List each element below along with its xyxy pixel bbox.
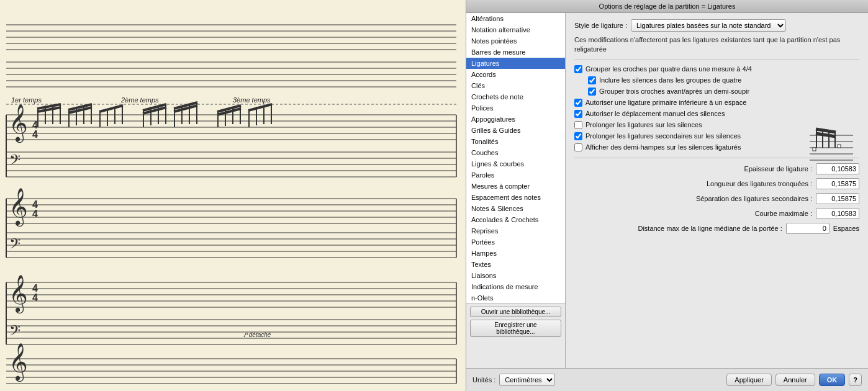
checkbox-6[interactable] <box>574 132 582 140</box>
svg-text:𝄞: 𝄞 <box>9 343 28 382</box>
field-label-1: Longueur des ligatures tronquées : <box>707 180 812 187</box>
list-item-2[interactable]: Notes pointées <box>466 35 565 47</box>
list-item-4[interactable]: Ligatures <box>466 58 565 69</box>
save-library-button[interactable]: Enregistrer une bibliothèque... <box>470 320 561 337</box>
list-item-10[interactable]: Grilles & Guides <box>466 125 565 136</box>
checkbox-3[interactable] <box>574 99 582 107</box>
svg-text:4: 4 <box>32 129 38 140</box>
svg-text:𝄞: 𝄞 <box>9 188 28 227</box>
svg-text:𝄢: 𝄢 <box>9 236 20 255</box>
svg-text:𝄞: 𝄞 <box>9 275 28 314</box>
checkbox-7[interactable] <box>574 143 582 151</box>
field-label-4: Distance max de la ligne médiane de la p… <box>638 225 782 232</box>
fields-container: Epaisseur de ligature :Longueur des liga… <box>574 163 859 234</box>
checkbox-row-1: Inclure les silences dans les groupes de… <box>588 76 859 84</box>
list-item-23[interactable]: Liaisons <box>466 270 565 281</box>
checkbox-row-4: Autoriser le déplacement manuel des sile… <box>574 110 859 118</box>
list-item-20[interactable]: Portées <box>466 236 565 248</box>
list-item-14[interactable]: Paroles <box>466 169 565 181</box>
dialog-title: Options de réglage de la partition = Lig… <box>466 0 868 13</box>
svg-rect-112 <box>816 129 817 148</box>
list-item-12[interactable]: Couches <box>466 147 565 158</box>
svg-rect-66 <box>107 109 108 126</box>
list-item-25[interactable]: n-Olets <box>466 292 565 303</box>
checkbox-label-1: Inclure les silences dans les groupes de… <box>599 76 741 84</box>
beam-preview <box>803 126 859 166</box>
checkbox-0[interactable] <box>574 65 582 73</box>
list-item-15[interactable]: Mesures à compter <box>466 181 565 192</box>
svg-rect-118 <box>813 148 816 151</box>
svg-rect-119 <box>838 145 841 148</box>
svg-text:𝄢: 𝄢 <box>9 152 20 171</box>
svg-rect-90 <box>263 106 264 124</box>
list-item-21[interactable]: Hampes <box>466 248 565 259</box>
checkbox-label-7: Afficher des demi-hampes sur les silence… <box>585 143 741 151</box>
field-row-3: Courbe maximale : <box>574 208 859 219</box>
svg-text:4: 4 <box>32 209 38 219</box>
list-item-8[interactable]: Polices <box>466 102 565 114</box>
units-select[interactable]: Centimètres <box>499 374 555 386</box>
field-row-4: Distance max de la ligne médiane de la p… <box>574 223 859 234</box>
list-item-24[interactable]: Indications de mesure <box>466 281 565 292</box>
checkbox-5[interactable] <box>574 121 582 129</box>
field-input-2[interactable] <box>816 193 859 204</box>
list-item-6[interactable]: Clés <box>466 80 565 91</box>
svg-rect-83 <box>225 109 226 126</box>
svg-rect-115 <box>834 132 836 148</box>
field-input-1[interactable] <box>816 178 859 189</box>
svg-text:𝄢: 𝄢 <box>9 323 20 342</box>
tempo-label-3: 3ème temps <box>233 96 271 104</box>
field-label-0: Epaisseur de ligature : <box>744 165 812 173</box>
svg-line-116 <box>816 129 836 132</box>
checkbox-label-2: Grouper trois croches avant/après un dem… <box>599 88 749 95</box>
checkbox-label-3: Autoriser une ligature primaire inférieu… <box>585 99 746 106</box>
style-label: Style de ligature : <box>574 22 627 29</box>
open-library-button[interactable]: Ouvrir une bibliothèque... <box>470 307 561 317</box>
help-button[interactable]: ? <box>849 374 862 386</box>
checkbox-row-0: Grouper les croches par quatre dans une … <box>574 65 859 73</box>
checkbox-4[interactable] <box>574 110 582 118</box>
svg-text:4: 4 <box>32 292 38 303</box>
checkbox-row-3: Autoriser une ligature primaire inférieu… <box>574 99 859 107</box>
list-item-11[interactable]: Tonalités <box>466 136 565 147</box>
tempo-label-2: 2ème temps <box>121 96 159 104</box>
dialog-body: AltérationsNotation alternativeNotes poi… <box>466 13 868 368</box>
cancel-button[interactable]: Annuler <box>775 374 815 386</box>
list-item-16[interactable]: Espacement des notes <box>466 192 565 203</box>
svg-line-117 <box>816 133 836 137</box>
checkbox-1[interactable] <box>588 76 596 84</box>
checkbox-label-5: Prolonger les ligatures sur les silences <box>585 121 702 128</box>
apply-button[interactable]: Appliquer <box>726 374 771 386</box>
list-item-9[interactable]: Appoggiatures <box>466 114 565 125</box>
settings-list: AltérationsNotation alternativeNotes poi… <box>466 13 566 303</box>
svg-rect-67 <box>114 107 115 124</box>
style-select[interactable]: Ligatures plates basées sur la note stan… <box>631 19 786 32</box>
ok-button[interactable]: OK <box>819 374 846 386</box>
dialog-footer: Unités : Centimètres Appliquer Annuler O… <box>466 368 868 391</box>
checkbox-label-6: Prolonger les ligatures secondaires sur … <box>585 132 741 140</box>
list-item-19[interactable]: Reprises <box>466 225 565 236</box>
list-item-5[interactable]: Accords <box>466 69 565 80</box>
units-label: Unités : <box>472 376 495 384</box>
svg-line-92 <box>248 104 272 110</box>
checkbox-2[interactable] <box>588 88 596 96</box>
checkbox-row-2: Grouper trois croches avant/après un dem… <box>588 88 859 96</box>
list-item-17[interactable]: Notes & Silences <box>466 203 565 214</box>
list-item-18[interactable]: Accolades & Crochets <box>466 214 565 225</box>
left-panel: AltérationsNotation alternativeNotes poi… <box>466 13 566 368</box>
svg-rect-60 <box>76 107 77 125</box>
list-item-13[interactable]: Lignes & courbes <box>466 158 565 169</box>
field-input-3[interactable] <box>816 208 859 219</box>
tempo-label-1: 1er temps <box>11 96 42 104</box>
field-input-4[interactable] <box>786 223 830 234</box>
list-item-7[interactable]: Crochets de note <box>466 91 565 102</box>
list-item-1[interactable]: Notation alternative <box>466 24 565 35</box>
list-item-0[interactable]: Altérations <box>466 13 565 24</box>
list-item-22[interactable]: Textes <box>466 259 565 270</box>
field-row-2: Séparation des ligatures secondaires : <box>574 193 859 204</box>
svg-rect-91 <box>271 104 272 124</box>
svg-rect-65 <box>99 112 101 127</box>
list-item-3[interactable]: Barres de mesure <box>466 47 565 58</box>
svg-rect-68 <box>122 106 123 124</box>
list-footer: Ouvrir une bibliothèque... Enregistrer u… <box>466 303 565 339</box>
